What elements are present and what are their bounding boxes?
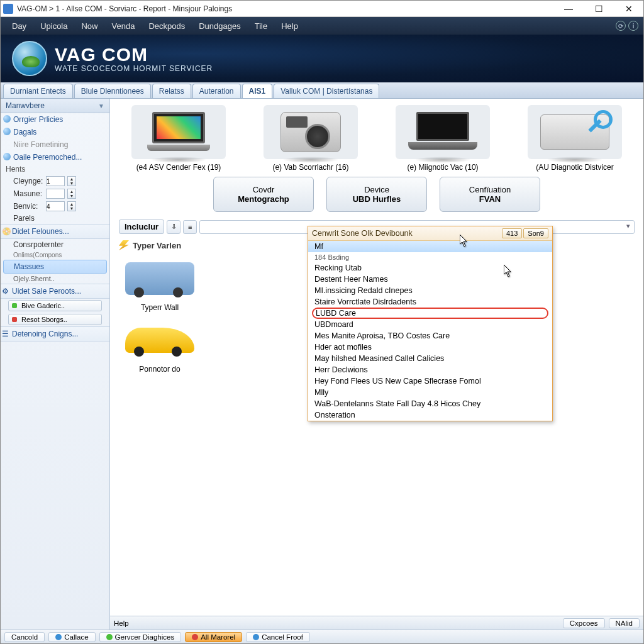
- key-icon: [585, 106, 616, 138]
- popup-item[interactable]: Staire Vorrctlate Dislrdadents: [308, 296, 552, 308]
- sync-icon[interactable]: ⟳: [616, 21, 626, 31]
- popup-header: Cenwrit Sone Olk Devibounk: [312, 229, 502, 238]
- device-card-4[interactable]: (AU Diagnotic Distvicer: [518, 105, 631, 172]
- popup-item[interactable]: MI.inssicing Redald cInepes: [308, 285, 552, 296]
- car-item-2[interactable]: Ponnotor do: [119, 318, 201, 374]
- popup-item[interactable]: Hder aot mofiles: [308, 341, 552, 353]
- sidebar: Manwvbere ▼ Orrgier Prlicies Dagals Niir…: [1, 99, 110, 630]
- brand-subtitle: WATE SCOCECOM HORMIT SERVICER: [55, 65, 213, 73]
- menu-help[interactable]: Help: [275, 19, 304, 33]
- status-cancelfroof[interactable]: Cancel Froof: [246, 632, 310, 642]
- popup-item[interactable]: WaB-Dentelanns State Fall Day 4.8 Hicos …: [308, 398, 552, 409]
- popup-item[interactable]: May hilshed Measined Callel Calicies: [308, 353, 552, 364]
- popup-hdr-btn1[interactable]: 413: [502, 228, 522, 238]
- sidebar-item-niire[interactable]: Niire Fometining: [1, 138, 109, 151]
- status-allmorel[interactable]: All Marorel: [185, 632, 242, 642]
- green-dot-icon: [12, 303, 17, 308]
- menu-venda[interactable]: Venda: [106, 19, 142, 33]
- device-label: (AU Diagnotic Distvicer: [518, 163, 631, 172]
- info-icon[interactable]: i: [628, 21, 638, 31]
- status-gervcer[interactable]: Gervcer Diaghices: [99, 632, 182, 642]
- sidebar-header[interactable]: Manwvbere ▼: [1, 99, 109, 113]
- btn-resot-sborgs[interactable]: Resot Sborgs..: [8, 314, 102, 325]
- cleynge-input[interactable]: [46, 176, 65, 186]
- toolbar-btn-1[interactable]: ⇩: [167, 220, 180, 234]
- close-button[interactable]: ✕: [619, 3, 638, 15]
- main-content: (e4 ASV Cender Fex (19) (e) Vab Scorrlac…: [110, 99, 643, 630]
- status-callace[interactable]: Callace: [48, 632, 95, 642]
- sidebar-consrpoternter: Consrpoternter: [1, 239, 109, 250]
- menu-upicola[interactable]: Upicola: [34, 19, 74, 33]
- btn-bive-gaderic[interactable]: Bive Gaderic..: [8, 300, 102, 311]
- sidebar-ojely[interactable]: Ojely.Shernt..: [1, 274, 109, 284]
- popup-item[interactable]: Herr Declwions: [308, 364, 552, 375]
- brand-name: VAG COM: [55, 44, 213, 65]
- popup-item[interactable]: 184 Bsding: [308, 252, 552, 262]
- spinner-icon[interactable]: ▴▾: [67, 201, 76, 211]
- minimize-button[interactable]: ―: [559, 3, 578, 15]
- tab-auteration[interactable]: Auteration: [192, 84, 241, 98]
- sidebar-section-uidet[interactable]: ⚙Uidet Sale Peroots...: [1, 284, 109, 299]
- sportscar-icon: [125, 328, 194, 353]
- device-card-1[interactable]: (e4 ASV Cender Fex (19): [122, 105, 235, 172]
- popup-item[interactable]: UBDmoard: [308, 319, 552, 330]
- device-label: (e) Vab Scorrlachr (16): [254, 163, 367, 172]
- hents-cleynge: Cleynge:▴▾: [1, 175, 109, 187]
- menu-dundgages[interactable]: Dundgages: [192, 19, 247, 33]
- menu-now[interactable]: Now: [75, 19, 104, 33]
- sidebar-item-oaile[interactable]: Oaile Peremoched...: [1, 151, 109, 164]
- menubar: Day Upicola Now Venda Deckpods Dundgages…: [1, 17, 643, 35]
- popup-item[interactable]: LUBD Care: [312, 308, 548, 319]
- router-icon: [540, 114, 609, 150]
- tab-als1[interactable]: AlS1: [242, 84, 273, 98]
- menu-tile[interactable]: Tile: [248, 19, 274, 33]
- menu-day[interactable]: Day: [6, 19, 33, 33]
- bigbutton-cenfiuation[interactable]: CenfïuationFVAN: [440, 177, 540, 212]
- bolt-icon: [119, 240, 129, 250]
- spinner-icon[interactable]: ▴▾: [67, 176, 76, 186]
- sidebar-item-massues[interactable]: Massues: [3, 260, 107, 274]
- popup-item[interactable]: Hey Fond Flees US New Cape Sflecrase Fom…: [308, 375, 552, 387]
- maximize-button[interactable]: ☐: [589, 3, 608, 15]
- popup-item[interactable]: Mlly: [308, 387, 552, 398]
- popup-item[interactable]: Mes Manite Aproisa, TBO Costes Care: [308, 330, 552, 341]
- sidebar-item-orrgier[interactable]: Orrgier Prlicies: [1, 113, 109, 126]
- masune-input[interactable]: [46, 189, 65, 199]
- sidebar-section-didet[interactable]: 📀Didet Felounes...: [1, 224, 109, 239]
- device-card-2[interactable]: (e) Vab Scorrlachr (16): [254, 105, 367, 172]
- sidebar-section-detenoing[interactable]: ☰Detenoing Cnigns...: [1, 326, 109, 341]
- tab-relatss[interactable]: Relatss: [152, 84, 191, 98]
- status-cancold[interactable]: Cancold: [4, 632, 45, 642]
- inner-statusbar: Help Cxpcoes NAlid: [110, 616, 643, 630]
- device-label: (e) Miignotic Vac (10): [386, 163, 499, 172]
- tab-durniant[interactable]: Durniant Entects: [3, 84, 73, 98]
- red-dot-icon: [12, 317, 17, 322]
- chevron-down-icon: ▼: [98, 103, 104, 109]
- toolbar-btn-2[interactable]: ≡: [183, 220, 197, 234]
- popup-item[interactable]: Mf: [308, 241, 552, 252]
- status-help[interactable]: Help: [114, 619, 129, 627]
- popup-item[interactable]: Onsteration: [308, 409, 552, 421]
- van-icon: [125, 262, 194, 295]
- benvic-input[interactable]: [46, 201, 65, 211]
- hents-benvic: Benvic:▴▾: [1, 200, 109, 213]
- tab-blule[interactable]: Blule Dlenntionees: [74, 84, 151, 98]
- device-card-3[interactable]: (e) Miignotic Vac (10): [386, 105, 499, 172]
- popup-hdr-btn2[interactable]: Son9: [523, 228, 548, 238]
- menu-deckpods[interactable]: Deckpods: [142, 19, 191, 33]
- sidebar-item-dagals[interactable]: Dagals: [1, 126, 109, 138]
- spinner-icon[interactable]: ▴▾: [67, 189, 76, 199]
- laptop-icon: [408, 112, 477, 152]
- bigbutton-covdr[interactable]: CovdrMentograchp: [213, 177, 314, 212]
- popup-item[interactable]: Destent Heer Names: [308, 274, 552, 285]
- car-item-1[interactable]: Typerr Wall: [119, 257, 201, 312]
- status-nalid[interactable]: NAlid: [609, 618, 640, 628]
- bigbutton-device[interactable]: DeviceUBD Hurfles: [326, 177, 427, 212]
- popup-item[interactable]: Recking Utab: [308, 262, 552, 274]
- status-cxpcoes[interactable]: Cxpcoes: [563, 618, 605, 628]
- device-label: (e4 ASV Cender Fex (19): [122, 163, 235, 172]
- bullet-icon: [3, 128, 11, 135]
- tab-valluk[interactable]: Valluk COM | Distertístanas: [274, 84, 379, 98]
- dropdown-popup[interactable]: Cenwrit Sone Olk Devibounk 413 Son9 Mf18…: [308, 226, 553, 421]
- sidebar-onlims: Onlims(Compons: [1, 250, 109, 260]
